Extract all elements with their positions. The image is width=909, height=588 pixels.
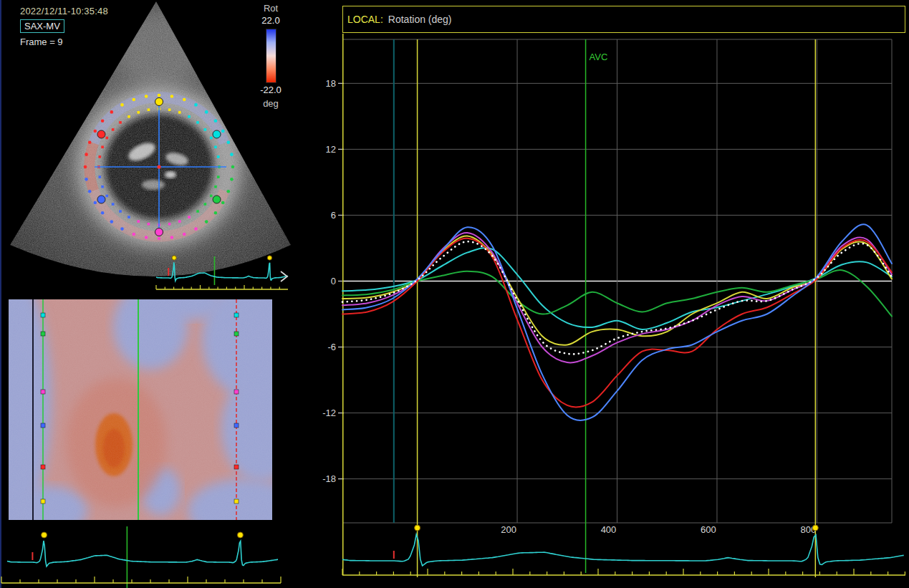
segment-anchor-dot[interactable]: [155, 98, 163, 106]
chart-parameter-title: Rotation (deg): [388, 14, 452, 25]
roi-outer-dot: [183, 233, 186, 236]
roi-outer-dot: [110, 110, 113, 114]
segment-marker: [234, 390, 239, 394]
roi-inner-dot: [148, 223, 150, 226]
y-tick-label: -12: [322, 408, 336, 418]
chart-grid: 181260-6-12-18200400600800: [322, 34, 892, 575]
crosshair-center-dot: [157, 165, 160, 168]
echo-strain-analysis-screen: 2022/12/11-10:35:48 SAX-MV Frame = 9 Rot…: [0, 0, 909, 588]
x-tick-label: 400: [601, 524, 617, 535]
roi-outer-dot: [85, 153, 88, 156]
roi-inner-dot: [137, 220, 140, 223]
roi-inner-dot: [204, 203, 207, 206]
colorbar-unit: deg: [252, 98, 289, 109]
segment-marker: [41, 390, 45, 394]
roi-outer-dot: [101, 119, 105, 122]
colorbar-gradient: [266, 29, 276, 83]
roi-inner-dot: [105, 137, 108, 140]
roi-outer-dot: [158, 237, 161, 241]
roi-inner-dot: [214, 185, 217, 188]
roi-outer-dot: [205, 220, 208, 223]
roi-outer-dot: [88, 140, 92, 144]
roi-outer-dot: [120, 227, 124, 231]
roi-inner-dot: [101, 185, 104, 188]
roi-inner-dot: [217, 175, 220, 178]
roi-outer-dot: [221, 130, 225, 133]
roi-inner-dot: [98, 155, 101, 158]
roi-outer-dot: [93, 201, 97, 205]
colorbar-max-value: 22.0: [252, 15, 289, 26]
roi-outer-dot: [194, 227, 198, 231]
roi-outer-dot: [170, 236, 174, 239]
segment-anchor-dot[interactable]: [155, 228, 163, 236]
roi-outer-dot: [145, 95, 148, 98]
r-peak-marker[interactable]: [172, 256, 176, 260]
segment-anchor-dot[interactable]: [213, 130, 221, 138]
roi-outer-dot: [226, 140, 230, 144]
y-tick-label: -6: [327, 342, 336, 352]
roi-inner-dot: [148, 108, 150, 111]
segment-anchor-dot[interactable]: [97, 130, 105, 138]
view-label: SAX-MV: [20, 19, 64, 33]
roi-outer-dot: [183, 98, 186, 102]
roi-outer-dot: [85, 178, 88, 181]
roi-inner-dot: [196, 121, 199, 124]
roi-inner-dot: [112, 128, 115, 131]
ecg-strip-right: [342, 525, 904, 566]
roi-inner-dot: [137, 111, 140, 114]
segment-anchor-dot[interactable]: [213, 196, 221, 203]
roi-inner-dot: [119, 210, 122, 213]
r-peak-marker[interactable]: [237, 532, 243, 538]
event-cursor-lines[interactable]: AVC: [394, 39, 815, 577]
roi-outer-dot: [214, 119, 218, 122]
roi-inner-dot: [119, 121, 122, 124]
roi-inner-dot: [214, 145, 217, 148]
r-peak-marker[interactable]: [415, 525, 420, 531]
x-tick-label: 600: [701, 524, 716, 535]
y-tick-label: 12: [326, 144, 336, 155]
r-peak-marker[interactable]: [42, 532, 47, 538]
r-peak-marker[interactable]: [812, 525, 818, 531]
segment-anchor-dot[interactable]: [97, 196, 105, 203]
y-tick-label: 18: [326, 78, 336, 89]
roi-outer-dot: [205, 110, 208, 114]
roi-inner-dot: [105, 195, 108, 198]
roi-outer-dot: [110, 220, 113, 223]
chart-title-bar: LOCAL: Rotation (deg): [342, 6, 905, 33]
ecg-trace: [7, 541, 278, 567]
y-tick-label: -18: [322, 473, 336, 484]
segment-marker: [41, 332, 45, 336]
roi-inner-dot: [204, 128, 207, 131]
roi-inner-dot: [168, 223, 171, 226]
segment-marker: [41, 499, 45, 503]
roi-outer-dot: [230, 153, 234, 156]
ultrasound-annotations: 2022/12/11-10:35:48 SAX-MV Frame = 9: [20, 6, 108, 47]
roi-outer-dot: [170, 95, 174, 98]
roi-inner-dot: [210, 195, 213, 198]
colorbar-title: Rot: [252, 3, 289, 14]
y-tick-label: 6: [331, 210, 336, 221]
segment-marker: [41, 465, 45, 469]
time-ruler-right: [342, 569, 905, 575]
ecg-panel-left: [0, 526, 287, 588]
rotation-mmode-panel: [9, 299, 272, 520]
ecg-strip-left: [1, 526, 281, 588]
roi-inner-dot: [168, 108, 171, 111]
chart-mode-label: LOCAL:: [347, 14, 383, 25]
roi-inner-dot: [178, 111, 181, 114]
roi-outer-dot: [194, 103, 198, 107]
roi-inner-dot: [128, 115, 130, 118]
rotation-chart-panel: 181260-6-12-18200400600800 AVC: [315, 0, 909, 588]
x-tick-label: 200: [501, 524, 516, 535]
segment-marker: [41, 313, 45, 317]
roi-outer-dot: [132, 233, 135, 236]
acquisition-timestamp: 2022/12/11-10:35:48: [20, 6, 108, 16]
y-tick-label: 0: [331, 276, 336, 286]
r-peak-marker[interactable]: [267, 256, 271, 260]
roi-outer-dot: [231, 165, 235, 169]
roi-inner-dot: [188, 115, 191, 118]
roi-outer-dot: [226, 190, 230, 193]
roi-inner-dot: [128, 216, 130, 218]
roi-outer-dot: [221, 201, 225, 205]
roi-inner-dot: [98, 175, 101, 178]
